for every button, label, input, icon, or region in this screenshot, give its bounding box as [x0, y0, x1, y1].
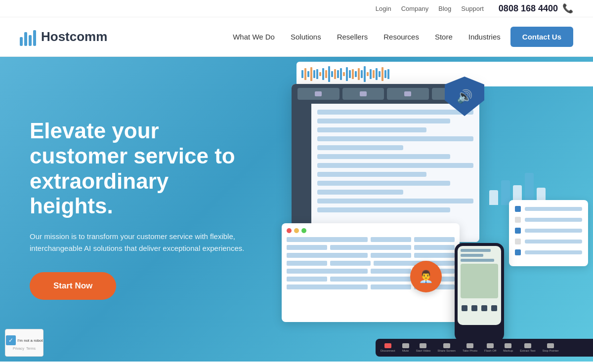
panel-line-8 — [317, 172, 426, 177]
panel-line-5 — [317, 145, 403, 150]
logo[interactable]: Hostcomm — [20, 28, 107, 46]
tr-cell-7a — [287, 284, 368, 289]
start-now-button[interactable]: Start Now — [30, 272, 116, 300]
contact-button[interactable]: Contact Us — [510, 27, 573, 47]
waveform-svg — [301, 65, 593, 83]
svg-rect-14 — [343, 72, 345, 76]
panel-line-12 — [317, 207, 450, 212]
panel-line-9 — [317, 181, 450, 186]
right-panel-row-4 — [515, 239, 582, 244]
rp-line-2 — [525, 218, 582, 222]
app-panel — [292, 84, 479, 242]
svg-rect-8 — [325, 70, 327, 78]
svg-rect-9 — [328, 66, 330, 82]
hero-section: Elevate your customer service to extraor… — [0, 57, 593, 362]
video-icon — [420, 343, 426, 348]
svg-rect-12 — [337, 70, 339, 78]
waveform-inner — [301, 65, 593, 83]
disconnect-icon — [384, 343, 391, 348]
table-row-2 — [287, 245, 455, 250]
tr-cell-1c — [414, 237, 455, 242]
tr-cell-6a — [287, 277, 327, 282]
tr-cell-2a — [287, 245, 327, 250]
rp-line-3 — [525, 229, 582, 233]
rp-dot-4 — [515, 239, 521, 244]
right-panel-row-5 — [515, 249, 582, 255]
nav-industries[interactable]: Industries — [468, 33, 501, 41]
rp-dot-5 — [515, 249, 521, 255]
terms-link[interactable]: Terms — [26, 347, 36, 350]
phone-ctrl-3 — [481, 305, 487, 311]
panel-content — [311, 104, 479, 242]
hero-visuals: 🔊 — [267, 57, 593, 362]
svg-rect-21 — [364, 66, 366, 82]
phone-ctrl-1 — [462, 305, 467, 311]
toolbar-photo: Take Photo — [463, 343, 477, 352]
nav-what-we-do[interactable]: What We Do — [233, 33, 275, 41]
share-label: Share Screen — [437, 349, 456, 352]
svg-rect-1 — [304, 68, 306, 80]
phone-device — [455, 243, 504, 342]
tab-btn-1 — [297, 88, 339, 100]
tr-cell-5a — [287, 269, 368, 274]
svg-rect-3 — [310, 67, 312, 81]
nav-resources[interactable]: Resources — [383, 33, 419, 41]
tab-icon-1 — [315, 91, 322, 96]
nav-solutions[interactable]: Solutions — [291, 33, 321, 41]
dot-red — [287, 228, 292, 233]
privacy-link[interactable]: Privacy — [13, 347, 24, 350]
tr-cell-4a — [287, 261, 327, 266]
top-bar: Login Company Blog Support 0808 168 4400… — [0, 0, 593, 17]
dot-yellow — [294, 228, 299, 233]
svg-rect-4 — [313, 70, 315, 78]
svg-rect-11 — [334, 69, 336, 79]
recaptcha-check: ✓ — [6, 335, 16, 345]
flash-label: Flash Off — [484, 349, 496, 352]
agent-avatar: 👨‍💼 — [410, 261, 442, 292]
rp-line-5 — [525, 250, 582, 254]
panel-line-7 — [317, 163, 473, 168]
dot-green — [301, 228, 306, 233]
svg-rect-23 — [370, 69, 372, 79]
toolbar-share: Share Screen — [437, 343, 456, 352]
phone-image — [461, 264, 498, 298]
disconnect-label: Disconnect — [381, 349, 395, 352]
hero-content: Elevate your customer service to extraor… — [0, 89, 277, 329]
extract-icon — [524, 343, 531, 348]
tab-btn-2 — [342, 88, 384, 100]
phone-line-1 — [461, 249, 491, 252]
phone-icon: 📞 — [562, 3, 573, 13]
phone-line-3 — [461, 259, 494, 262]
svg-rect-2 — [307, 71, 309, 77]
rp-dot-3 — [515, 228, 521, 234]
toolbar-video: Start Video — [416, 343, 431, 352]
right-panel-row-3 — [515, 228, 582, 234]
svg-rect-20 — [361, 70, 363, 78]
table-row-3 — [287, 253, 455, 258]
tr-cell-4b — [330, 261, 371, 266]
flash-icon — [487, 343, 494, 348]
blog-link[interactable]: Blog — [438, 5, 451, 12]
svg-rect-13 — [340, 68, 342, 80]
shield-icon: 🔊 — [457, 89, 472, 104]
tr-cell-2b — [330, 245, 411, 250]
support-link[interactable]: Support — [461, 5, 484, 12]
markup-label: Markup — [503, 349, 513, 352]
share-icon — [443, 343, 450, 348]
nav-resellers[interactable]: Resellers — [337, 33, 368, 41]
tr-cell-7b — [371, 284, 411, 289]
rp-dot-2 — [515, 217, 521, 223]
phone-ctrl-2 — [471, 305, 477, 311]
navbar: Hostcomm What We Do Solutions Resellers … — [0, 17, 593, 57]
tr-cell-3b — [371, 253, 411, 258]
login-link[interactable]: Login — [376, 5, 391, 12]
toolbar-extract: Extract Text — [520, 343, 535, 352]
nav-store[interactable]: Store — [435, 33, 453, 41]
right-panel-row-1 — [515, 206, 582, 212]
rp-dot-1 — [515, 206, 521, 212]
video-label: Start Video — [416, 349, 431, 352]
company-link[interactable]: Company — [401, 5, 429, 12]
phone-screen — [458, 246, 501, 325]
extract-label: Extract Text — [520, 349, 535, 352]
tr-cell-4c — [374, 261, 455, 266]
